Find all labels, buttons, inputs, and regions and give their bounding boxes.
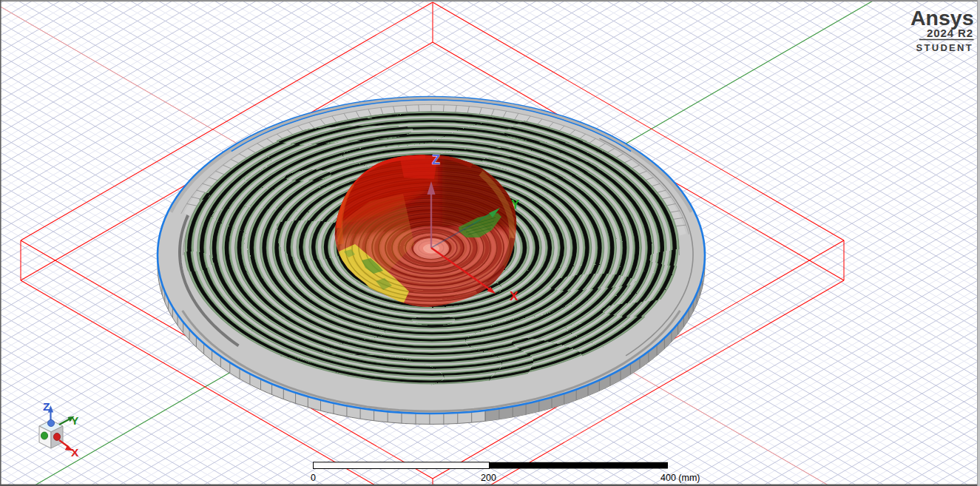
svg-text:0: 0	[311, 473, 316, 483]
svg-text:400 (mm): 400 (mm)	[660, 473, 700, 483]
svg-text:Z: Z	[43, 400, 50, 413]
svg-text:Y: Y	[71, 414, 79, 427]
svg-text:X: X	[71, 446, 79, 459]
svg-text:Y: Y	[511, 198, 520, 212]
svg-text:X: X	[510, 289, 518, 303]
svg-text:STUDENT: STUDENT	[916, 42, 974, 53]
svg-text:Z: Z	[432, 152, 440, 167]
svg-text:2024 R2: 2024 R2	[927, 27, 973, 39]
svg-text:200: 200	[481, 473, 496, 483]
